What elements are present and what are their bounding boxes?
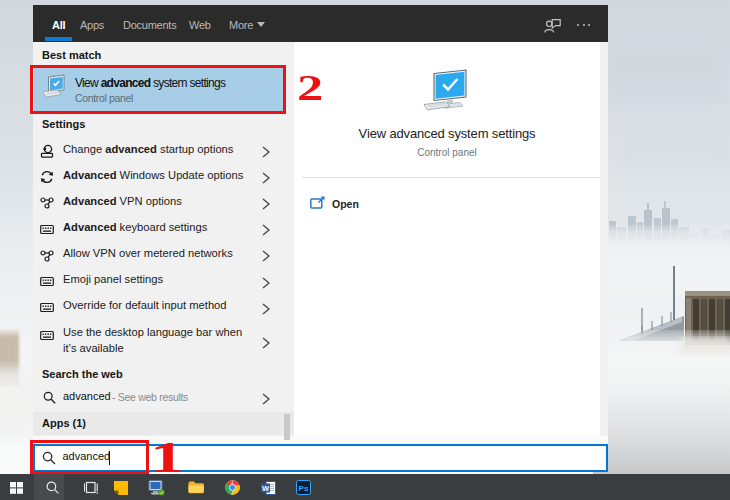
svg-text:Ps: Ps: [299, 484, 309, 493]
svg-text:W: W: [262, 484, 270, 493]
